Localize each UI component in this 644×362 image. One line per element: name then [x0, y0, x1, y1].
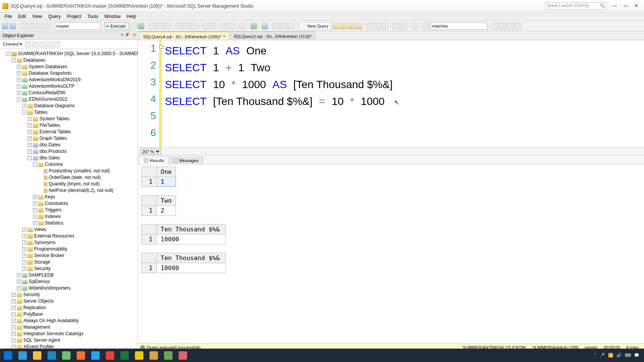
oe-close-icon[interactable]: ✕ — [133, 33, 136, 38]
expand-icon[interactable]: + — [12, 293, 16, 297]
stop-oe-icon[interactable] — [32, 41, 38, 48]
tree-dbdiag[interactable]: Database Diagrams — [34, 103, 75, 108]
grid-cell[interactable]: 1 — [157, 177, 176, 187]
tree-col-orderdate[interactable]: OrderDate (date, not null) — [49, 175, 101, 180]
quick-launch-input[interactable]: Quick Launch (Ctrl+Q) — [545, 2, 606, 10]
redo-icon[interactable] — [400, 23, 407, 29]
expand-icon[interactable]: + — [33, 208, 37, 212]
tree-wwi[interactable]: WideWorldImporters — [29, 285, 71, 291]
tree-prog[interactable]: Programmability — [34, 246, 67, 252]
tree-polybase[interactable]: PolyBase — [23, 311, 43, 317]
change-conn-icon[interactable] — [288, 23, 295, 29]
expand-icon[interactable]: + — [28, 130, 32, 134]
comment-icon[interactable] — [220, 23, 227, 29]
taskbar-firefox[interactable] — [74, 350, 87, 361]
close-button[interactable]: ✕ — [631, 2, 642, 10]
tree-dates[interactable]: dbo.Dates — [39, 142, 61, 147]
expand-icon[interactable]: + — [17, 78, 21, 82]
tray-chevron-icon[interactable]: ˄ — [594, 353, 596, 358]
row-header[interactable]: 1 — [141, 234, 157, 244]
tree-col-netprice[interactable]: NetPrice (decimal(6,2), not null) — [49, 188, 113, 193]
column-header[interactable]: Ten Thousand $%& — [157, 253, 226, 263]
fold-icon[interactable]: − — [159, 45, 163, 49]
tree-sampledb[interactable]: SAMPLEDB — [29, 272, 54, 278]
expand-icon[interactable]: + — [22, 241, 26, 245]
tree-keys[interactable]: Keys — [45, 194, 55, 200]
taskbar-notepad[interactable] — [60, 350, 73, 361]
grid-cell[interactable]: 2 — [157, 206, 176, 216]
taskbar-excel[interactable] — [118, 350, 131, 361]
expand-icon[interactable]: + — [17, 65, 21, 69]
matches-combo[interactable] — [430, 22, 488, 30]
tree-aoha[interactable]: Always On High Availability — [23, 318, 79, 323]
results-to-file-icon[interactable] — [191, 23, 197, 29]
execute-button[interactable]: Execute — [105, 22, 129, 30]
outdent-icon[interactable] — [202, 23, 209, 29]
cut-icon[interactable] — [366, 23, 373, 29]
results-to-text-icon[interactable] — [175, 23, 182, 29]
row-header[interactable]: 1 — [141, 177, 157, 187]
new-solution-icon[interactable] — [20, 23, 27, 29]
tree-sysdb[interactable]: System Databases — [29, 64, 67, 69]
expand-icon[interactable]: + — [12, 312, 16, 316]
tray-volume-icon[interactable]: 🔊 — [616, 353, 622, 358]
taskbar-edge[interactable] — [45, 350, 58, 361]
uncomment-icon[interactable] — [228, 23, 235, 29]
menu-view[interactable]: View — [29, 13, 45, 20]
open-icon[interactable] — [28, 23, 35, 29]
column-header[interactable]: Ten Thousand $%& — [157, 224, 226, 234]
menu-edit[interactable]: Edit — [15, 13, 29, 20]
object-explorer-icon[interactable] — [507, 23, 514, 29]
paste-icon[interactable] — [381, 23, 388, 29]
row-header[interactable]: 1 — [141, 206, 157, 216]
expand-icon[interactable]: + — [12, 338, 16, 342]
expand-icon[interactable]: + — [22, 267, 26, 271]
stop-icon[interactable] — [130, 23, 137, 29]
save-icon[interactable] — [36, 23, 43, 29]
tree-graphtables[interactable]: Graph Tables — [39, 136, 67, 141]
tree-security-db[interactable]: Security — [34, 266, 51, 271]
expand-icon[interactable]: + — [17, 273, 21, 277]
expand-icon[interactable]: + — [17, 280, 21, 284]
results-pane[interactable]: One 11 Two 12 Ten Thousand $%& 110000 Te… — [138, 164, 644, 343]
connect-button[interactable]: Connect ▾ — [2, 41, 24, 47]
tree-systables[interactable]: System Tables — [39, 116, 69, 121]
properties-icon[interactable] — [515, 23, 522, 29]
results-to-grid-icon[interactable] — [183, 23, 190, 29]
menu-window[interactable]: Window — [101, 13, 124, 20]
tree-svcbroker[interactable]: Service Broker — [34, 253, 64, 258]
tree-mgmt[interactable]: Management — [23, 324, 50, 330]
tree-edna[interactable]: EDNASummit2022 — [29, 97, 67, 102]
tree-triggers[interactable]: Triggers — [45, 207, 62, 213]
messages-tab[interactable]: Messages — [169, 157, 203, 164]
grid-corner[interactable] — [141, 224, 157, 234]
grid-corner[interactable] — [141, 253, 157, 263]
tree-serverobj[interactable]: Server Objects — [23, 298, 54, 304]
include-stats-icon[interactable] — [164, 23, 171, 29]
expand-icon[interactable]: + — [22, 260, 26, 264]
tree-storage[interactable]: Storage — [34, 259, 50, 265]
expand-icon[interactable]: + — [17, 84, 21, 88]
undo-icon[interactable] — [393, 23, 399, 29]
nav-back-icon[interactable] — [2, 23, 8, 29]
menu-project[interactable]: Project — [64, 13, 84, 20]
tab-sqlquery2[interactable]: SQLQuery2.sql - SU...ER\Antriksh (113))* — [230, 31, 315, 40]
tree-indexes[interactable]: Indexes — [45, 214, 61, 219]
result-grid[interactable]: One 11 — [141, 167, 641, 187]
expand-icon[interactable]: + — [12, 332, 16, 336]
expand-icon[interactable]: − — [17, 97, 21, 102]
tray-wifi-icon[interactable]: 📶 — [608, 353, 613, 358]
grid-cell[interactable]: 10000 — [157, 234, 226, 244]
tab-close-icon[interactable]: ✕ — [223, 34, 226, 39]
db-engine-query-icon[interactable] — [332, 23, 339, 29]
tree-sqldemos[interactable]: SqlDemos — [29, 279, 50, 284]
tree-server[interactable]: SUMMER\ANTRIKSH (SQL Server 15.0.2000.5 … — [18, 51, 138, 56]
tree-sales[interactable]: dbo.Sales — [39, 155, 60, 161]
expand-icon[interactable]: + — [22, 247, 26, 251]
tree-col-quantity[interactable]: Quantity (tinyint, not null) — [49, 181, 100, 187]
expand-icon[interactable]: + — [17, 71, 21, 75]
expand-icon[interactable]: − — [6, 52, 10, 56]
display-plan-icon[interactable] — [149, 23, 156, 29]
tree-snap[interactable]: Database Snapshots — [29, 70, 71, 76]
registered-servers-icon[interactable] — [492, 23, 499, 29]
